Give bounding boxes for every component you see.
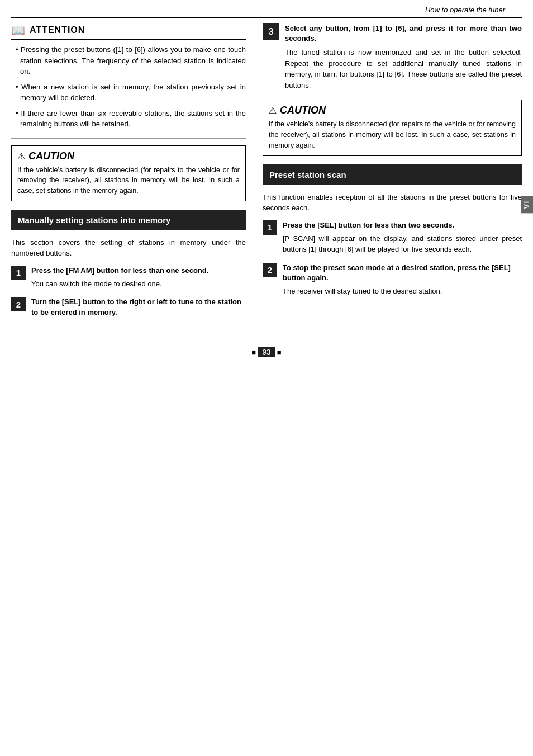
book-icon: 📖 (11, 23, 25, 37)
preset-step-1-number: 1 (263, 220, 277, 235)
preset-step-1-desc: [P SCAN] will appear on the display, and… (283, 233, 522, 255)
page-number: 93 (258, 347, 275, 357)
step-1-title: Press the [FM AM] button for less than o… (31, 266, 246, 276)
manually-setting-intro: This section covers the setting of stati… (11, 237, 246, 259)
step-3-desc: The tuned station is now memorized and s… (285, 47, 522, 91)
caution-triangle-icon-right: ⚠ (269, 105, 277, 116)
caution-header-top: ⚠ CAUTION (17, 150, 240, 162)
step-2-content: Turn the [SEL] button to the right or le… (31, 297, 246, 320)
preset-step-2-number: 2 (263, 263, 277, 277)
step-1-content: Press the [FM AM] button for less than o… (31, 266, 246, 290)
preset-section-header: Preset station scan (263, 164, 522, 185)
preset-step-2: 2 To stop the preset scan mode at a desi… (263, 263, 522, 297)
page-number-decoration-right: ■ (275, 348, 281, 356)
caution-text-top: If the vehicle’s battery is disconnected… (17, 165, 240, 196)
caution-title-right: CAUTION (280, 105, 326, 116)
attention-title: ATTENTION (30, 25, 85, 35)
caution-header-right: ⚠ CAUTION (269, 105, 516, 116)
caution-title-top: CAUTION (28, 150, 74, 162)
page: How to operate the tuner VI 📖 ATTENTION … (0, 0, 533, 756)
caution-box-right: ⚠ CAUTION If the vehicle’s battery is di… (263, 100, 522, 155)
attention-item-3: If there are fewer than six receivable s… (11, 108, 246, 130)
page-number-decoration-left: ■ (251, 348, 258, 356)
page-header: How to operate the tuner (11, 0, 522, 18)
divider-1 (11, 138, 246, 139)
attention-box: 📖 ATTENTION Pressing the preset buttons … (11, 23, 246, 130)
manually-setting-section-header: Manually setting stations into memory (11, 210, 246, 230)
preset-step-2-content: To stop the preset scan mode at a desire… (283, 263, 522, 297)
step-1: 1 Press the [FM AM] button for less than… (11, 266, 246, 290)
step-3-content: Select any button, from [1] to [6], and … (285, 23, 522, 91)
attention-header: 📖 ATTENTION (11, 23, 246, 40)
attention-item-1: Pressing the preset buttons ([1] to [6])… (11, 44, 246, 77)
attention-item-2: When a new station is set in memory, the… (11, 82, 246, 103)
step-3-title: Select any button, from [1] to [6], and … (285, 23, 522, 44)
attention-list: Pressing the preset buttons ([1] to [6])… (11, 44, 246, 130)
step-3-number: 3 (263, 23, 279, 40)
step-2: 2 Turn the [SEL] button to the right or … (11, 297, 246, 320)
main-content: 📖 ATTENTION Pressing the preset buttons … (0, 18, 533, 339)
step-2-title: Turn the [SEL] button to the right or le… (31, 297, 246, 317)
preset-step-1: 1 Press the [SEL] button for less than t… (263, 220, 522, 255)
right-column: 3 Select any button, from [1] to [6], an… (257, 23, 522, 328)
caution-text-right: If the vehicle’s battery is disconnected… (269, 119, 516, 150)
step-1-desc: You can switch the mode to desired one. (31, 278, 246, 290)
preset-step-1-content: Press the [SEL] button for less than two… (283, 220, 522, 255)
page-number-container: ■ 93 ■ (0, 339, 533, 362)
caution-triangle-icon-top: ⚠ (17, 151, 25, 162)
preset-step-2-title: To stop the preset scan mode at a desire… (283, 263, 522, 283)
right-step3: 3 Select any button, from [1] to [6], an… (263, 23, 522, 91)
caution-box-top: ⚠ CAUTION If the vehicle’s battery is di… (11, 145, 246, 201)
preset-section-intro: This function enables reception of all t… (263, 192, 522, 214)
step-2-number: 2 (11, 297, 26, 311)
preset-step-2-desc: The receiver will stay tuned to the desi… (283, 286, 522, 297)
preset-step-1-title: Press the [SEL] button for less than two… (283, 220, 522, 230)
left-column: 📖 ATTENTION Pressing the preset buttons … (11, 23, 246, 328)
step-1-number: 1 (11, 266, 26, 280)
header-title: How to operate the tuner (425, 6, 505, 14)
side-tab: VI (521, 196, 533, 213)
